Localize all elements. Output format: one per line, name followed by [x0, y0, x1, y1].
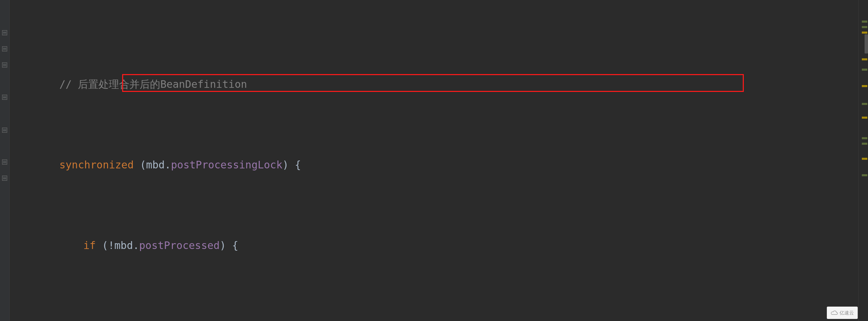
- fold-marker-icon[interactable]: [2, 46, 7, 51]
- minimap-marker: [862, 21, 867, 23]
- keyword-synchronized: synchronized: [59, 157, 134, 173]
- code-text: (!mbd.: [96, 237, 139, 253]
- fold-marker-icon[interactable]: [2, 62, 7, 68]
- minimap-marker: [862, 137, 867, 139]
- field-ref: postProcessed: [139, 237, 220, 253]
- minimap-marker: [862, 58, 867, 60]
- code-text: (mbd.: [134, 157, 171, 173]
- minimap-marker: [862, 143, 867, 145]
- minimap-marker: [862, 174, 867, 176]
- minimap-marker: [862, 103, 867, 105]
- code-text: ) {: [220, 237, 238, 253]
- code-line: try {: [10, 318, 858, 321]
- gutter: [0, 0, 10, 321]
- code-editor: // 后置处理合并后的BeanDefinition synchronized (…: [0, 0, 868, 321]
- watermark-text: 亿速云: [840, 305, 854, 321]
- code-text: ) {: [282, 157, 301, 173]
- keyword-try: try: [107, 318, 126, 321]
- code-text: {: [126, 318, 138, 321]
- minimap-thumb[interactable]: [865, 34, 868, 54]
- code-line: // 后置处理合并后的BeanDefinition: [10, 76, 858, 92]
- minimap-marker: [862, 69, 867, 71]
- fold-marker-icon[interactable]: [2, 30, 7, 35]
- minimap-marker: [862, 158, 867, 160]
- fold-marker-icon[interactable]: [2, 95, 7, 100]
- fold-marker-icon[interactable]: [2, 176, 7, 181]
- minimap-marker: [862, 26, 867, 28]
- code-area[interactable]: // 后置处理合并后的BeanDefinition synchronized (…: [10, 0, 858, 321]
- code-line: if (!mbd.postProcessed) {: [10, 237, 858, 253]
- minimap-marker: [862, 32, 867, 34]
- fold-marker-icon[interactable]: [2, 128, 7, 133]
- comment-text: // 后置处理合并后的BeanDefinition: [59, 76, 247, 92]
- fold-marker-icon[interactable]: [2, 159, 7, 165]
- minimap[interactable]: [858, 0, 868, 321]
- watermark-badge: 亿速云: [827, 307, 858, 319]
- minimap-marker: [862, 117, 867, 119]
- code-line: synchronized (mbd.postProcessingLock) {: [10, 157, 858, 173]
- field-ref: postProcessingLock: [171, 157, 282, 173]
- cloud-icon: [831, 310, 838, 316]
- keyword-if: if: [83, 237, 96, 253]
- minimap-marker: [862, 85, 867, 87]
